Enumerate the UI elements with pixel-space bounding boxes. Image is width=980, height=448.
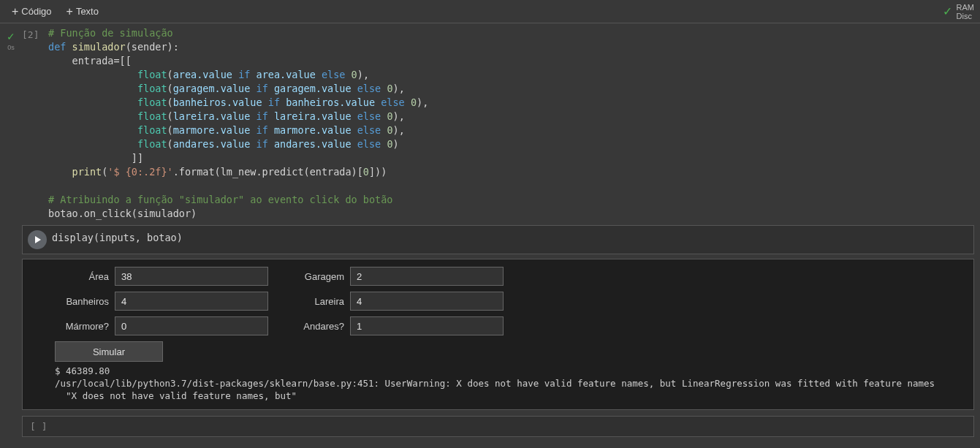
play-icon	[35, 236, 41, 243]
top-toolbar: + Código + Texto ✓ RAM Disc	[0, 0, 980, 23]
warning-line: "X does not have valid feature names, bu…	[55, 390, 297, 401]
ram-label: RAM	[957, 3, 974, 12]
simular-button[interactable]: Simular	[55, 341, 163, 362]
toolbar-right: ✓ RAM Disc	[943, 3, 974, 20]
empty-code-cell[interactable]: [ ]	[22, 416, 974, 437]
code-cell: ✓ 0s [2] # Função de simulação def simul…	[0, 26, 980, 221]
andares-input[interactable]	[350, 316, 504, 335]
add-code-label: Código	[21, 6, 51, 17]
status-text: RAM Disc	[957, 3, 974, 20]
banheiros-input[interactable]	[115, 292, 268, 311]
marmore-input[interactable]	[115, 316, 268, 335]
cell-gutter: ✓ 0s	[0, 26, 22, 221]
garagem-label: Garagem	[290, 271, 350, 282]
code-cell-running: display(inputs, botao)	[22, 225, 974, 254]
add-text-button[interactable]: + Texto	[61, 3, 105, 20]
add-text-label: Texto	[76, 6, 99, 17]
banheiros-label: Banheiros	[55, 296, 115, 307]
garagem-input[interactable]	[350, 267, 504, 286]
area-input[interactable]	[115, 267, 268, 286]
plus-icon: +	[67, 6, 73, 18]
disk-label: Disc	[957, 12, 974, 20]
cell-prompt: [ ]	[30, 421, 47, 432]
executed-check-icon: ✓	[7, 31, 15, 42]
cell-output: Área Garagem Banheiros Lareira Mármore?	[22, 259, 974, 410]
code-editor[interactable]: # Função de simulação def simulador(send…	[48, 26, 428, 221]
code-editor[interactable]: display(inputs, botao)	[52, 226, 183, 249]
add-code-button[interactable]: + Código	[6, 3, 58, 20]
connected-check-icon: ✓	[943, 4, 952, 18]
lareira-label: Lareira	[290, 296, 350, 307]
area-label: Área	[55, 271, 115, 282]
cell-prompt: [2]	[22, 26, 48, 221]
result-value: $ 46389.80	[55, 365, 110, 376]
lareira-input[interactable]	[350, 292, 504, 311]
run-cell-button[interactable]	[28, 230, 47, 249]
notebook-area: ✓ 0s [2] # Função de simulação def simul…	[0, 23, 980, 437]
plus-icon: +	[12, 6, 18, 18]
output-text: $ 46389.80 /usr/local/lib/python3.7/dist…	[55, 365, 966, 402]
toolbar-left: + Código + Texto	[6, 3, 105, 20]
warning-line: /usr/local/lib/python3.7/dist-packages/s…	[55, 378, 935, 389]
exec-time: 0s	[7, 44, 15, 51]
marmore-label: Mármore?	[55, 321, 115, 332]
andares-label: Andares?	[290, 321, 350, 332]
